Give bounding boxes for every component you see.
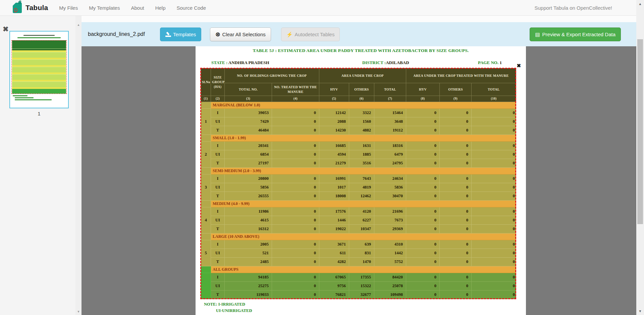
row-type-cell: UI <box>211 150 225 159</box>
value-cell: 17355 <box>349 273 374 282</box>
value-cell: 16312 <box>225 225 272 233</box>
thumbnail-preview <box>10 32 68 108</box>
row-type-cell: UI <box>211 216 225 225</box>
filename-label: background_lines_2.pdf <box>88 31 145 37</box>
row-type-cell: I <box>211 109 225 117</box>
nav-item-source-code[interactable]: Source Code <box>177 5 206 11</box>
row-type-cell: T <box>211 159 225 168</box>
value-cell: 24634 <box>374 174 406 183</box>
value-cell: 24795 <box>374 159 406 168</box>
scroll-up-icon[interactable]: ▲ <box>636 2 644 6</box>
header-group: AREA UNDER THE CROP <box>319 68 406 83</box>
toolbar: background_lines_2.pdf Templates ⊗ Clear… <box>82 22 644 46</box>
value-cell: 4615 <box>225 216 272 225</box>
value-cell: 521 <box>225 249 272 258</box>
table-row: T27197021279351624795000 <box>201 159 516 168</box>
templates-icon <box>165 32 171 37</box>
table-row: UI25275097561532225078000 <box>201 282 516 291</box>
page-thumbnail[interactable] <box>9 31 69 108</box>
value-cell: 0 <box>406 142 440 150</box>
value-cell: 119033 <box>225 291 272 299</box>
value-cell: 0 <box>472 282 516 291</box>
support-link[interactable]: Support Tabula on OpenCollective! <box>534 5 612 11</box>
pdf-viewport[interactable]: TABLE 5J : ESTIMATED AREA UNDER PADDY TR… <box>82 46 644 315</box>
table-selection-region[interactable]: Sl.NoSIZE GROUP (HA)NO. OF HOLDINGS GROW… <box>201 68 516 299</box>
value-cell: 0 <box>272 150 319 159</box>
header-sub: TOTAL NO. <box>225 83 272 96</box>
mini-note-line <box>13 95 28 96</box>
value-cell: 18008 <box>319 192 349 201</box>
group-name-cell: SMALL (1.0 - 1.99) <box>211 135 516 142</box>
value-cell: 0 <box>440 142 472 150</box>
value-cell: 3322 <box>349 109 374 117</box>
clear-all-selections-button[interactable]: ⊗ Clear All Selections <box>210 28 271 41</box>
value-cell: 16991 <box>319 174 349 183</box>
value-cell: 4310 <box>374 240 406 249</box>
value-cell: 0 <box>272 282 319 291</box>
value-cell: 0 <box>472 273 516 282</box>
table-row: T46484014230488219112000 <box>201 126 516 135</box>
group-name-cell: MARGINAL (BELOW 1.0) <box>211 102 516 109</box>
value-cell: 4882 <box>349 126 374 135</box>
value-cell: 76821 <box>319 291 349 299</box>
mini-note-line <box>15 97 34 98</box>
slno-cell <box>201 273 211 299</box>
scrollbar-thumb[interactable] <box>637 39 643 224</box>
value-cell: 0 <box>440 225 472 233</box>
preview-export-button[interactable]: ▤ Preview & Export Extracted Data <box>530 28 621 41</box>
group-slno-cell <box>201 201 211 207</box>
value-cell: 0 <box>406 109 440 117</box>
slno-cell: 4 <box>201 207 211 233</box>
row-type-cell: UI <box>211 282 225 291</box>
remove-page-icon[interactable]: ✖ <box>3 25 9 33</box>
scroll-up-icon[interactable]: ▲ <box>75 23 82 27</box>
value-cell: 7673 <box>374 216 406 225</box>
group-name-cell: LARGE (10 AND ABOVE) <box>211 233 516 240</box>
toolbar-gap <box>82 16 644 22</box>
mini-table <box>12 40 66 94</box>
scroll-down-icon[interactable]: ▼ <box>75 310 82 313</box>
header-sub: HYV <box>319 83 349 96</box>
header-sub: OTHERS <box>440 83 472 96</box>
scroll-down-icon[interactable]: ▼ <box>636 309 644 313</box>
value-cell: 0 <box>440 216 472 225</box>
value-cell: 0 <box>472 240 516 249</box>
templates-button[interactable]: Templates <box>160 28 201 41</box>
value-cell: 0 <box>272 249 319 258</box>
value-cell: 0 <box>272 192 319 201</box>
group-header-row: MARGINAL (BELOW 1.0) <box>201 102 516 109</box>
autodetect-tables-button[interactable]: ⚡ Autodetect Tables <box>281 28 340 41</box>
row-type-cell: UI <box>211 249 225 258</box>
slno-cell: 2 <box>201 142 211 168</box>
value-cell: 6227 <box>349 216 374 225</box>
value-cell: 0 <box>472 150 516 159</box>
nav-item-my-files[interactable]: My Files <box>59 5 78 11</box>
column-number: (6) <box>349 96 374 102</box>
value-cell: 0 <box>472 174 516 183</box>
nav-item-about[interactable]: About <box>131 5 144 11</box>
column-number: (4) <box>272 96 319 102</box>
slno-cell: 3 <box>201 174 211 201</box>
value-cell: 46484 <box>225 126 272 135</box>
tabula-logo-icon <box>13 3 22 13</box>
value-cell: 0 <box>406 291 440 299</box>
header-slno: Sl.No <box>201 68 211 96</box>
value-cell: 7643 <box>349 174 374 183</box>
value-cell: 0 <box>440 159 472 168</box>
browser-scrollbar[interactable]: ▲ ▼ <box>636 0 644 315</box>
value-cell: 15464 <box>374 109 406 117</box>
nav-item-my-templates[interactable]: My Templates <box>89 5 120 11</box>
value-cell: 0 <box>406 249 440 258</box>
nav-item-help[interactable]: Help <box>155 5 166 11</box>
table-list-icon: ▤ <box>535 32 540 37</box>
value-cell: 0 <box>406 216 440 225</box>
sidebar-scrollbar[interactable]: ▲ ▼ <box>75 16 82 315</box>
table-row: T265550180081246230470000 <box>201 192 516 201</box>
value-cell: 14230 <box>319 126 349 135</box>
selection-close-icon[interactable]: ✖ <box>517 63 521 69</box>
mini-title-line <box>17 37 61 38</box>
row-type-cell: T <box>211 192 225 201</box>
pdf-page[interactable]: TABLE 5J : ESTIMATED AREA UNDER PADDY TR… <box>196 46 526 315</box>
value-cell: 0 <box>406 207 440 216</box>
value-cell: 0 <box>272 142 319 150</box>
